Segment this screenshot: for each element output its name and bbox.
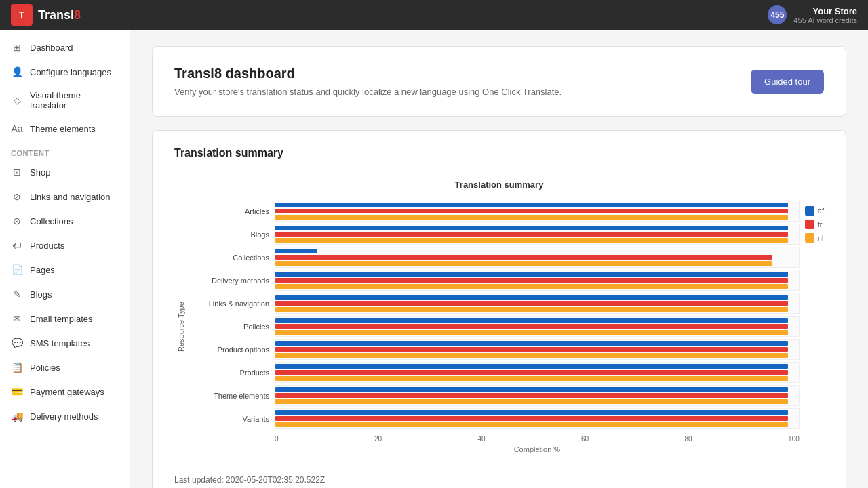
bar-af [275, 410, 788, 415]
chart-bar-group [275, 201, 800, 222]
x-tick-60: 60 [581, 435, 589, 443]
bar-nl [275, 284, 788, 289]
delivery-methods-icon: 🚚 [11, 410, 23, 422]
legend-label: nl [818, 234, 824, 242]
sidebar-item-label: Configure languages [30, 67, 111, 77]
legend-label: fr [818, 220, 823, 228]
bar-af [275, 226, 788, 230]
sidebar-item-links-and-navigation[interactable]: ⊘ Links and navigation [0, 184, 130, 209]
shop-icon: ⊡ [11, 166, 23, 178]
bar-nl [275, 307, 788, 312]
chart-row: Variants [193, 408, 800, 429]
translation-chart: Translation summary Resource Type Articl… [174, 173, 824, 460]
chart-row-label: Products [193, 369, 275, 377]
bar-af [275, 249, 317, 253]
legend-item: af [805, 206, 824, 216]
sidebar-item-dashboard[interactable]: ⊞ Dashboard [0, 35, 130, 60]
welcome-title: Transl8 dashboard [174, 66, 561, 81]
bar-af [275, 341, 788, 346]
policies-icon: 📋 [11, 361, 23, 373]
chart-bar-group [275, 224, 800, 245]
guided-tour-button[interactable]: Guided tour [751, 70, 824, 94]
sidebar-item-pages[interactable]: 📄 Pages [0, 258, 130, 282]
chart-bar-group [275, 270, 800, 291]
chart-legend: affrnl [805, 201, 824, 453]
legend-color-dot [805, 220, 814, 229]
sidebar-item-email-templates[interactable]: ✉ Email templates [0, 306, 130, 331]
chart-bar-group [275, 385, 800, 406]
sidebar-item-shop[interactable]: ⊡ Shop [0, 160, 130, 184]
chart-row-label: Articles [193, 207, 275, 216]
sidebar-item-label: Theme elements [30, 124, 96, 134]
bar-nl [275, 399, 788, 404]
pages-icon: 📄 [11, 264, 23, 276]
logo-text: Transl8 [38, 8, 81, 22]
bar-nl [275, 215, 788, 220]
sidebar-item-label: Pages [30, 265, 55, 275]
bar-nl [275, 238, 788, 243]
chart-bar-group [275, 247, 800, 268]
sidebar-item-configure-languages[interactable]: 👤 Configure languages [0, 60, 130, 84]
bar-af [275, 272, 788, 277]
sidebar-item-label: Email templates [30, 314, 92, 324]
sidebar-item-label: Products [30, 241, 64, 251]
chart-bar-group [275, 293, 800, 314]
sidebar-item-theme-elements[interactable]: Aa Theme elements [0, 117, 130, 141]
x-tick-0: 0 [275, 435, 279, 443]
chart-row: Delivery methods [193, 270, 800, 291]
sidebar-item-visual-theme-translator[interactable]: ◇ Visual theme translator [0, 84, 130, 117]
bar-nl [275, 353, 788, 358]
x-tick-40: 40 [478, 435, 486, 443]
chart-row-label: Policies [193, 323, 275, 331]
sidebar-item-products[interactable]: 🏷 Products [0, 233, 130, 258]
store-details: Your Store 455 AI word credits [793, 6, 857, 24]
logo: T Transl8 [11, 4, 81, 26]
chart-row: Blogs [193, 224, 800, 245]
chart-row: Links & navigation [193, 293, 800, 314]
theme-elements-icon: Aa [11, 123, 23, 135]
x-tick-100: 100 [788, 435, 800, 443]
sidebar-item-delivery-methods[interactable]: 🚚 Delivery methods [0, 404, 130, 428]
blogs-icon: ✎ [11, 288, 23, 300]
y-axis-label: Resource Type [174, 201, 188, 453]
sidebar-item-policies[interactable]: 📋 Policies [0, 355, 130, 380]
sidebar-item-blogs[interactable]: ✎ Blogs [0, 282, 130, 306]
store-info: 455 Your Store 455 AI word credits [768, 5, 857, 24]
sidebar-item-sms-templates[interactable]: 💬 SMS templates [0, 331, 130, 355]
bar-fr [275, 347, 788, 352]
sidebar-item-label: Delivery methods [30, 411, 98, 422]
bar-fr [275, 278, 788, 283]
chart-row: Articles [193, 201, 800, 222]
x-axis: 0 20 40 60 80 100 [193, 432, 800, 443]
x-axis-labels: 0 20 40 60 80 100 [275, 432, 800, 443]
chart-row-label: Links & navigation [193, 300, 275, 308]
sidebar-item-label: Shop [30, 167, 50, 178]
summary-title: Translation summary [174, 147, 824, 159]
chart-row-label: Blogs [193, 230, 275, 239]
legend-item: fr [805, 220, 824, 229]
configure-languages-icon: 👤 [11, 66, 23, 78]
visual-theme-translator-icon: ◇ [11, 94, 23, 106]
collections-icon: ⊙ [11, 215, 23, 227]
welcome-card: Transl8 dashboard Verify your store's tr… [152, 46, 846, 117]
bar-fr [275, 232, 788, 237]
bar-fr [275, 393, 788, 398]
sidebar-item-collections[interactable]: ⊙ Collections [0, 209, 130, 233]
bar-fr [275, 209, 788, 214]
sidebar: ⊞ Dashboard 👤 Configure languages ◇ Visu… [0, 30, 130, 488]
bar-fr [275, 301, 788, 306]
payment-gateways-icon: 💳 [11, 386, 23, 398]
sidebar-item-payment-gateways[interactable]: 💳 Payment gateways [0, 380, 130, 404]
chart-bar-group [275, 339, 800, 360]
bar-af [275, 364, 788, 369]
bar-fr [275, 416, 788, 421]
bar-af [275, 387, 788, 392]
legend-color-dot [805, 233, 814, 243]
sidebar-item-label: Visual theme translator [30, 90, 119, 110]
chart-bar-group [275, 362, 800, 383]
sidebar-item-label: Policies [30, 363, 60, 373]
legend-item: nl [805, 233, 824, 243]
app-body: ⊞ Dashboard 👤 Configure languages ◇ Visu… [0, 30, 868, 488]
bar-nl [275, 376, 788, 381]
chart-row: Theme elements [193, 385, 800, 406]
